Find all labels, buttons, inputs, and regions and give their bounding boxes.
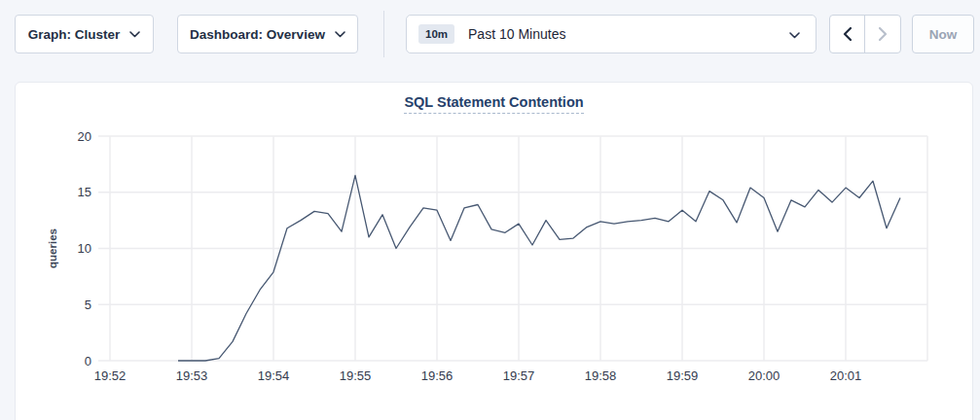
x-tick-label: 19:52 <box>94 368 127 383</box>
x-tick-label: 19:53 <box>176 368 208 383</box>
x-tick-label: 19:55 <box>340 368 372 383</box>
y-tick-label: 20 <box>78 129 91 144</box>
chevron-down-icon <box>335 31 345 38</box>
y-tick-label: 0 <box>85 354 91 368</box>
x-tick-label: 19:57 <box>503 368 535 383</box>
time-backward-button[interactable] <box>830 16 865 52</box>
graph-scope-label: Graph: Cluster <box>28 27 121 42</box>
time-step-control <box>829 15 901 53</box>
graph-scope-dropdown[interactable]: Graph: Cluster <box>15 15 154 53</box>
y-axis-label: queries <box>47 228 58 268</box>
dashboard-label: Dashboard: Overview <box>190 27 325 42</box>
chevron-right-icon <box>879 27 888 41</box>
time-forward-button[interactable] <box>865 16 900 52</box>
now-button[interactable]: Now <box>912 15 974 53</box>
chevron-down-icon <box>129 31 140 38</box>
sql-contention-line-chart[interactable]: 0510152019:5219:5319:5419:5519:5619:5719… <box>16 88 974 420</box>
x-tick-label: 19:59 <box>667 368 699 383</box>
chevron-left-icon <box>843 27 852 41</box>
time-range-label: Past 10 Minutes <box>468 26 565 42</box>
now-button-label: Now <box>929 27 958 42</box>
time-range-dropdown[interactable]: 10m Past 10 Minutes <box>406 15 817 53</box>
y-tick-label: 5 <box>85 298 91 312</box>
x-tick-label: 20:00 <box>748 368 780 383</box>
y-tick-label: 10 <box>78 241 91 256</box>
x-tick-label: 19:58 <box>585 368 617 383</box>
series-line-queries <box>178 175 900 361</box>
x-tick-label: 19:54 <box>258 368 290 383</box>
x-tick-label: 19:56 <box>421 368 454 383</box>
x-tick-label: 20:01 <box>830 368 862 383</box>
time-range-badge: 10m <box>418 24 454 44</box>
chevron-down-icon <box>789 32 800 39</box>
metrics-toolbar: Graph: Cluster Dashboard: Overview 10m P… <box>0 0 980 68</box>
y-tick-label: 15 <box>78 185 91 199</box>
toolbar-divider <box>383 11 384 57</box>
chart-card: SQL Statement Contention 0510152019:5219… <box>15 82 973 420</box>
dashboard-dropdown[interactable]: Dashboard: Overview <box>177 15 358 53</box>
